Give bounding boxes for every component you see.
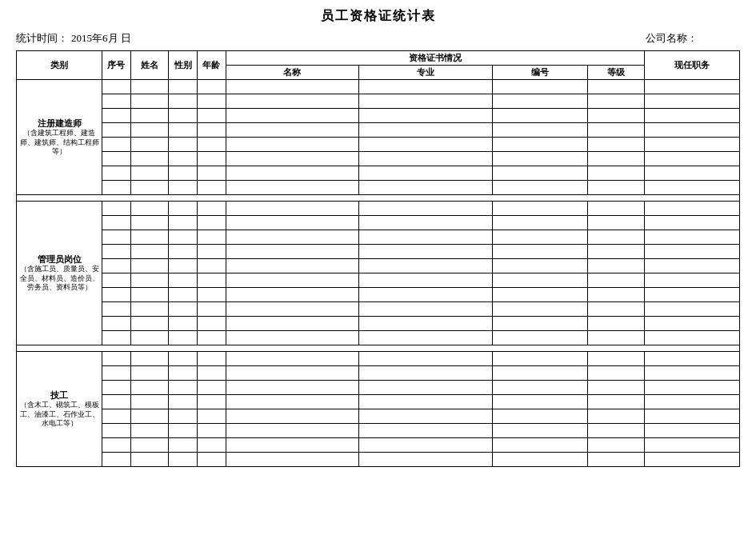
- data-cell: [644, 181, 739, 195]
- data-cell: [197, 181, 226, 195]
- data-cell: [492, 202, 587, 216]
- data-cell: [644, 352, 739, 366]
- data-cell: [197, 424, 226, 438]
- data-cell: [359, 166, 493, 181]
- data-cell: [102, 166, 131, 181]
- data-cell: [587, 381, 644, 395]
- data-cell: [102, 317, 131, 331]
- data-cell: [130, 138, 169, 152]
- data-cell: [492, 216, 587, 230]
- table-row: [17, 395, 740, 409]
- data-cell: [492, 453, 587, 467]
- data-cell: [226, 424, 359, 438]
- data-cell: [102, 109, 131, 123]
- data-cell: [102, 438, 131, 453]
- data-cell: [359, 331, 493, 345]
- data-cell: [169, 273, 198, 288]
- data-cell: [226, 352, 359, 366]
- data-cell: [130, 109, 169, 123]
- data-cell: [169, 438, 198, 453]
- data-cell: [130, 395, 169, 409]
- data-cell: [226, 331, 359, 345]
- data-cell: [130, 123, 169, 138]
- data-cell: [492, 166, 587, 181]
- table-row: [17, 152, 740, 166]
- data-cell: [102, 302, 131, 317]
- data-cell: [226, 202, 359, 216]
- data-cell: [197, 366, 226, 381]
- data-cell: [102, 288, 131, 302]
- data-cell: [359, 123, 493, 138]
- data-cell: [130, 366, 169, 381]
- data-cell: [492, 152, 587, 166]
- data-cell: [102, 138, 131, 152]
- data-cell: [130, 181, 169, 195]
- data-cell: [587, 453, 644, 467]
- data-cell: [226, 438, 359, 453]
- data-cell: [587, 109, 644, 123]
- data-cell: [197, 259, 226, 273]
- data-cell: [226, 395, 359, 409]
- data-cell: [492, 181, 587, 195]
- data-cell: [359, 245, 493, 259]
- data-cell: [492, 424, 587, 438]
- data-cell: [587, 395, 644, 409]
- data-cell: [226, 366, 359, 381]
- data-cell: [644, 366, 739, 381]
- data-cell: [492, 395, 587, 409]
- data-cell: [102, 181, 131, 195]
- data-cell: [587, 288, 644, 302]
- data-cell: [492, 366, 587, 381]
- data-cell: [644, 216, 739, 230]
- data-cell: [644, 453, 739, 467]
- data-cell: [226, 273, 359, 288]
- data-cell: [130, 453, 169, 467]
- data-cell: [587, 352, 644, 366]
- stat-time-label: 统计时间：: [16, 31, 68, 46]
- data-cell: [169, 331, 198, 345]
- data-cell: [130, 317, 169, 331]
- data-cell: [226, 94, 359, 109]
- data-cell: [197, 109, 226, 123]
- main-table: 类别 序号 姓名 性别 年龄 资格证书情况 现任职务 名称 专业 编号 等级 注…: [16, 50, 740, 467]
- data-cell: [197, 273, 226, 288]
- table-row: [17, 453, 740, 467]
- data-cell: [130, 331, 169, 345]
- data-cell: [197, 288, 226, 302]
- data-cell: [644, 138, 739, 152]
- data-cell: [359, 302, 493, 317]
- table-row: [17, 331, 740, 345]
- data-cell: [169, 259, 198, 273]
- data-cell: [197, 438, 226, 453]
- table-row: [17, 259, 740, 273]
- data-cell: [226, 181, 359, 195]
- table-row: [17, 138, 740, 152]
- company-name: 公司名称：: [646, 31, 740, 46]
- data-cell: [644, 109, 739, 123]
- data-cell: [102, 202, 131, 216]
- col-level: 等级: [587, 66, 644, 80]
- data-cell: [102, 424, 131, 438]
- data-cell: [226, 152, 359, 166]
- data-cell: [169, 109, 198, 123]
- data-cell: [644, 438, 739, 453]
- data-cell: [492, 259, 587, 273]
- data-cell: [197, 152, 226, 166]
- data-cell: [102, 216, 131, 230]
- data-cell: [492, 331, 587, 345]
- data-cell: [102, 366, 131, 381]
- data-cell: [169, 80, 198, 94]
- data-cell: [359, 352, 493, 366]
- data-cell: [197, 230, 226, 245]
- data-cell: [197, 216, 226, 230]
- data-cell: [587, 166, 644, 181]
- table-row: [17, 245, 740, 259]
- data-cell: [102, 245, 131, 259]
- data-cell: [169, 424, 198, 438]
- table-row: [17, 181, 740, 195]
- data-cell: [197, 166, 226, 181]
- data-cell: [130, 381, 169, 395]
- data-cell: [130, 94, 169, 109]
- data-cell: [359, 395, 493, 409]
- data-cell: [359, 152, 493, 166]
